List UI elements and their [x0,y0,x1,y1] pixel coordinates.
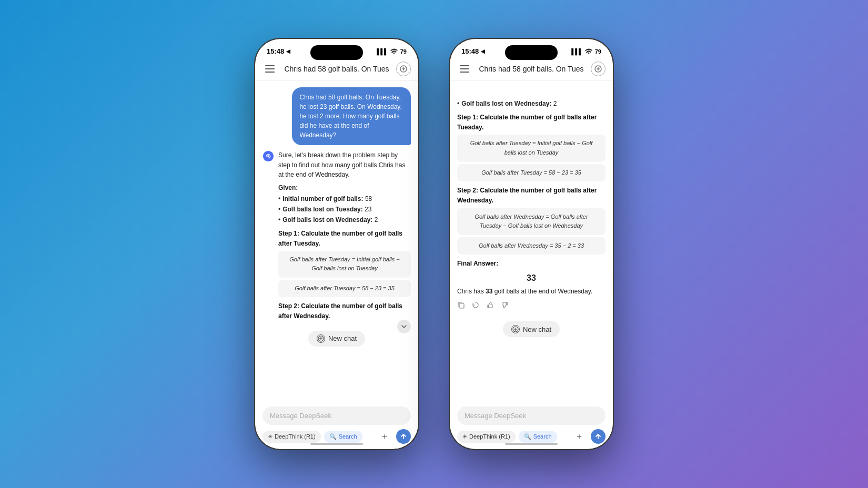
deepthink-icon-1: ✳ [268,433,272,440]
chat-area-2: • Golf balls lost on Wednesday: Golf bal… [450,81,613,402]
status-time-2: 15:48 ◀ [461,47,485,55]
deepthink-chip-2[interactable]: ✳ DeepThink (R1) [457,431,516,443]
dynamic-island-1 [310,45,363,60]
deepthink-chip-1[interactable]: ✳ DeepThink (R1) [263,431,321,443]
final-answer-label-2: Final Answer: [457,259,605,269]
location-icon-1: ◀ [286,48,290,54]
plus-button-2[interactable]: ＋ [572,429,587,444]
search-label-1: Search [339,433,357,440]
deepthink-icon-2: ✳ [462,433,467,440]
toolbar-right-2: ＋ [572,429,605,444]
scroll-down-btn-1[interactable] [397,320,411,333]
svg-rect-1 [265,68,275,69]
phone-1-body: 15:48 ◀ ▌▌▌ 79 Chris had [255,39,418,449]
ai-header-1: Sure, let's break down the problem step … [263,150,411,323]
feedback-thumbdown-icon[interactable] [501,300,509,312]
ai-avatar-1 [263,150,274,162]
answer-number-2: 33 [457,271,605,285]
new-chat-icon-2[interactable] [591,62,605,76]
phone-1-screen: 15:48 ◀ ▌▌▌ 79 Chris had [255,39,418,449]
phone-2-screen: 15:48 ◀ ▌▌▌ 79 Chris had [450,39,613,449]
bullet-3: • Golf balls lost on Wednesday: 2 [278,215,411,225]
time-display-2: 15:48 [461,47,479,55]
new-chat-label-1: New chat [328,334,357,342]
new-chat-btn-icon-1 [317,334,325,343]
toolbar-row-1: ✳ DeepThink (R1) 🔍 Search ＋ [263,429,411,444]
send-button-2[interactable] [591,429,605,444]
app-header-2: Chris had 58 golf balls. On Tues [450,57,613,81]
location-icon-2: ◀ [481,48,485,54]
step1-formula2-2: Golf balls after Tuesday = 58 − 23 = 35 [457,164,605,182]
answer-text-2: Chris has 33 golf balls at the end of We… [457,287,605,296]
svg-rect-0 [265,65,275,66]
user-message-1: Chris had 58 golf balls. On Tuesday, he … [292,87,411,145]
new-chat-btn-area-2: New chat [457,321,605,337]
wifi-icon-1 [390,48,398,55]
svg-rect-18 [488,305,489,308]
step1-formula2-1: Golf balls after Tuesday = 58 − 23 = 35 [278,280,411,298]
phone-2: 15:48 ◀ ▌▌▌ 79 Chris had [450,39,613,449]
search-chip-icon-2: 🔍 [524,433,531,440]
step1-heading-1: Step 1: Calculate the number of golf bal… [278,229,411,248]
given-section-1: Given: • Initial number of golf balls: 5… [278,183,411,225]
toolbar-left-2: ✳ DeepThink (R1) 🔍 Search [457,431,557,443]
phone-1: 15:48 ◀ ▌▌▌ 79 Chris had [255,39,418,449]
search-chip-2[interactable]: 🔍 Search [519,431,557,443]
feedback-row-2 [457,300,605,312]
search-chip-icon-1: 🔍 [329,433,337,440]
ai-response-1: Sure, let's break down the problem step … [263,150,411,323]
deepthink-label-1: DeepThink (R1) [275,433,316,440]
menu-icon-2[interactable] [457,62,472,76]
new-chat-label-2: New chat [523,326,551,333]
svg-rect-2 [265,72,275,73]
new-chat-btn-area-1: New chat [263,331,411,347]
menu-icon-1[interactable] [263,62,277,76]
status-icons-1: ▌▌▌ 79 [377,48,407,55]
given-label-1: Given: [278,183,411,193]
time-display-1: 15:48 [267,47,284,55]
status-icons-2: ▌▌▌ 79 [571,48,601,55]
header-title-1: Chris had 58 golf balls. On Tues [277,65,396,73]
header-title-2: Chris had 58 golf balls. On Tues [472,65,591,73]
app-header-1: Chris had 58 golf balls. On Tues [255,57,418,81]
home-indicator-1 [310,443,363,445]
feedback-retry-icon[interactable] [472,300,479,312]
svg-rect-11 [460,65,469,66]
message-input-2[interactable]: Message DeepSeek [457,406,605,425]
bullet-2: • Golf balls lost on Tuesday: 23 [278,205,411,214]
toolbar-left-1: ✳ DeepThink (R1) 🔍 Search [263,431,362,443]
ai-intro-text-1: Sure, let's break down the problem step … [278,150,411,323]
new-chat-button-1[interactable]: New chat [308,331,365,347]
feedback-copy-icon[interactable] [457,300,465,312]
phone-2-body: 15:48 ◀ ▌▌▌ 79 Chris had [450,39,613,449]
svg-point-7 [267,155,269,157]
new-chat-icon-1[interactable] [396,62,411,76]
new-chat-button-2[interactable]: New chat [503,321,560,337]
step2-formula2-2: Golf balls after Wednesday = 35 − 2 = 33 [457,237,605,255]
step2-formula1-2: Golf balls after Wednesday = Golf balls … [457,208,605,235]
send-button-1[interactable] [396,429,411,444]
deepthink-label-2: DeepThink (R1) [469,433,510,440]
battery-display-1: 79 [400,48,407,55]
battery-display-2: 79 [595,48,601,55]
message-input-1[interactable]: Message DeepSeek [263,406,411,425]
step2-heading-2: Step 2: Calculate the number of golf bal… [457,186,605,206]
feedback-thumbup-icon[interactable] [487,300,494,312]
home-indicator-2 [505,443,558,445]
search-chip-1[interactable]: 🔍 Search [324,431,362,443]
toolbar-row-2: ✳ DeepThink (R1) 🔍 Search ＋ [457,429,605,444]
bottom-bar-2: Message DeepSeek ✳ DeepThink (R1) 🔍 Sear… [450,402,613,449]
step1-formula1-2: Golf balls after Tuesday = Initial golf … [457,135,605,161]
status-time-1: 15:48 ◀ [267,47,290,55]
dynamic-island-2 [505,45,558,60]
svg-rect-19 [507,302,508,305]
bullet-1: • Initial number of golf balls: 58 [278,194,411,204]
new-chat-btn-icon-2 [511,325,520,333]
step2-heading-1: Step 2: Calculate the number of golf bal… [278,301,411,321]
scrolled-content-2: • Golf balls lost on Wednesday: Golf bal… [457,87,605,312]
bottom-bar-1: Message DeepSeek ✳ DeepThink (R1) 🔍 Sear… [255,402,418,449]
signal-icon-1: ▌▌▌ [377,48,387,55]
plus-button-1[interactable]: ＋ [377,429,392,444]
toolbar-right-1: ＋ [377,429,411,444]
signal-icon-2: ▌▌▌ [571,48,582,55]
